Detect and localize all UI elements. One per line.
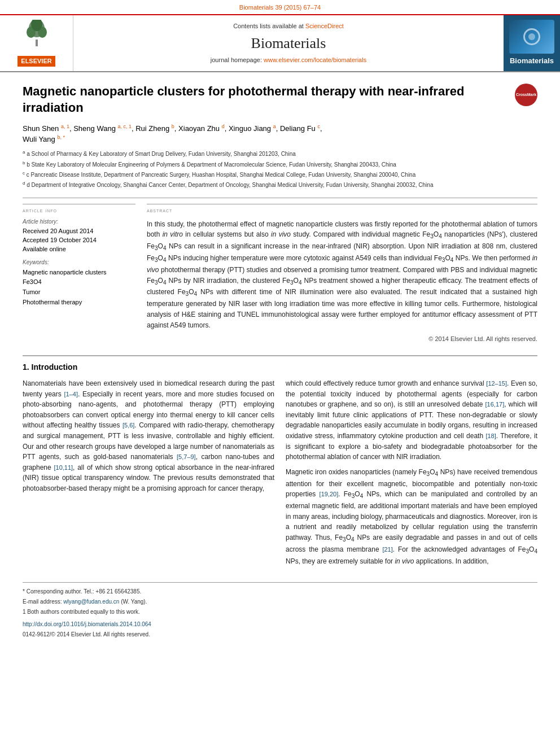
elsevier-tree-icon — [20, 20, 54, 51]
journal-homepage-link[interactable]: www.elsevier.com/locate/biomaterials — [264, 56, 366, 63]
intro-col-left: Nanomaterials have been extensively used… — [23, 378, 274, 571]
ref-16-17[interactable]: [16,17] — [485, 401, 505, 408]
corresponding-note: * Corresponding author. Tel.: +86 21 656… — [23, 587, 537, 596]
journal-branding: Biomaterials — [506, 17, 557, 70]
journal-homepage-line: journal homepage: www.elsevier.com/locat… — [85, 56, 492, 64]
journal-header: ELSEVIER Contents lists available at Sci… — [0, 15, 560, 72]
authors-text-2: Wuli Yang b, * — [23, 135, 65, 143]
article-info-abstract: article info Article history: Received 2… — [23, 204, 537, 344]
intro-columns: Nanomaterials have been extensively used… — [23, 378, 537, 571]
ref-1-4[interactable]: [1–4] — [64, 391, 77, 397]
ref-5-7-9[interactable]: [5,7–9] — [177, 453, 196, 460]
crossmark-label: CrossMark — [516, 93, 536, 97]
affiliation-b: b b State Key Laboratory of Molecular En… — [23, 160, 537, 169]
ref-19-20[interactable]: [19,20] — [320, 491, 339, 497]
intro-para-3: Magnetic iron oxides nanoparticles (name… — [286, 467, 537, 567]
section-title: 1. Introduction — [23, 362, 537, 373]
sciencedirect-line: Contents lists available at ScienceDirec… — [85, 22, 492, 30]
keyword-4: Photothermal therapy — [23, 298, 135, 308]
keywords-label: Keywords: — [23, 259, 135, 267]
doi-link[interactable]: http://dx.doi.org/10.1016/j.biomaterials… — [23, 621, 151, 627]
affiliation-d: d d Department of Integrative Oncology, … — [23, 180, 537, 189]
keyword-2: Fe3O4 — [23, 277, 135, 287]
article-info-panel: article info Article history: Received 2… — [23, 204, 135, 344]
ref-21[interactable]: [21] — [382, 546, 392, 553]
ref-5-6[interactable]: [5,6] — [123, 422, 134, 429]
date-received: Received 20 August 2014 Accepted 19 Octo… — [23, 227, 135, 254]
abstract-copyright: © 2014 Elsevier Ltd. All rights reserved… — [147, 335, 537, 343]
journal-name: Biomaterials — [85, 33, 492, 54]
keywords-section: Keywords: Magnetic nanoparticle clusters… — [23, 259, 135, 307]
affiliations: a a School of Pharmacy & Key Laboratory … — [23, 149, 537, 189]
intro-col-right: which could effectively reduce tumor gro… — [286, 378, 537, 571]
article-title: Magnetic nanoparticle clusters for photo… — [23, 84, 509, 116]
issn-line: 0142-9612/© 2014 Elsevier Ltd. All right… — [23, 630, 537, 639]
elsevier-label: ELSEVIER — [18, 56, 55, 67]
elsevier-logo-section: ELSEVIER — [0, 15, 73, 71]
sciencedirect-link[interactable]: ScienceDirect — [305, 23, 344, 29]
abstract-title: abstract — [147, 204, 537, 215]
affiliation-c: c c Pancreatic Disease Institute, Depart… — [23, 170, 537, 179]
intro-para-2: which could effectively reduce tumor gro… — [286, 378, 537, 462]
elsevier-logo: ELSEVIER — [5, 20, 68, 67]
keyword-3: Tumor — [23, 287, 135, 298]
ref-12-15[interactable]: [12–15] — [486, 380, 507, 387]
abstract-text: In this study, the photothermal effect o… — [147, 219, 537, 330]
intro-para-1: Nanomaterials have been extensively used… — [23, 378, 274, 494]
journal-citation: Biomaterials 39 (2015) 67–74 — [239, 4, 321, 11]
article-info-title: article info — [23, 204, 135, 215]
ref-10-11[interactable]: [10,11] — [54, 464, 73, 471]
journal-logo-box: Biomaterials — [504, 15, 560, 71]
introduction-section: 1. Introduction Nanomaterials have been … — [23, 355, 537, 571]
affiliation-a: a a School of Pharmacy & Key Laboratory … — [23, 149, 537, 158]
footnote-1: 1 Both authors contributed equally to th… — [23, 608, 537, 617]
footer-notes: * Corresponding author. Tel.: +86 21 656… — [23, 582, 537, 639]
crossmark-badge[interactable]: CrossMark — [515, 84, 537, 106]
ref-18[interactable]: [18] — [485, 433, 496, 439]
article-content: Magnetic nanoparticle clusters for photo… — [0, 72, 560, 652]
article-history-label: Article history: — [23, 218, 135, 226]
email-line: E-mail address: wlyang@fudan.edu.cn (W. … — [23, 597, 537, 606]
keyword-1: Magnetic nanoparticle clusters — [23, 268, 135, 278]
authors-text: Shun Shen a, 1, Sheng Wang a, c, 1, Rui … — [23, 124, 322, 133]
email-link[interactable]: wlyang@fudan.edu.cn — [63, 599, 119, 605]
svg-rect-0 — [36, 40, 38, 46]
authors-line: Shun Shen a, 1, Sheng Wang a, c, 1, Rui … — [23, 123, 537, 145]
journal-title-section: Contents lists available at ScienceDirec… — [73, 15, 504, 71]
divider-1 — [23, 198, 537, 198]
article-title-section: Magnetic nanoparticle clusters for photo… — [23, 84, 537, 116]
journal-logo-title: Biomaterials — [509, 56, 554, 66]
abstract-section: abstract In this study, the photothermal… — [147, 204, 537, 344]
journal-citation-bar: Biomaterials 39 (2015) 67–74 — [0, 0, 560, 15]
